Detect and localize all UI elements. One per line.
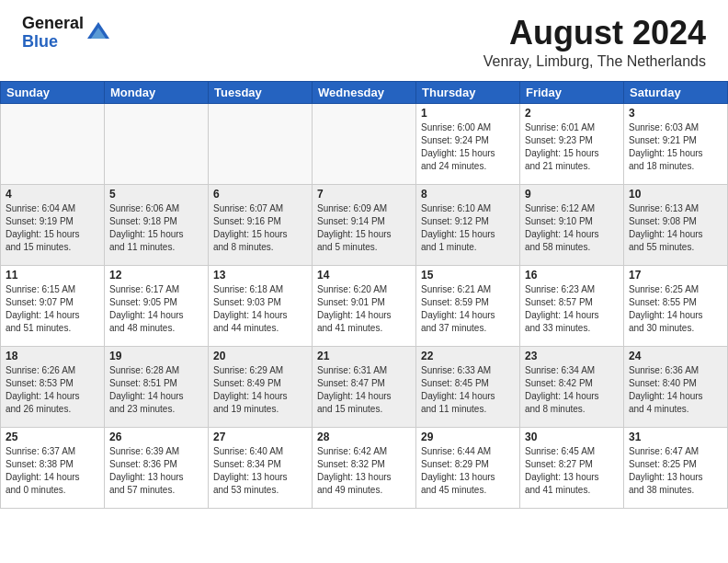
day-number-26: 26 (109, 431, 203, 443)
day-info-6: Sunrise: 6:07 AM Sunset: 9:16 PM Dayligh… (213, 202, 307, 254)
day-cell-4-4: 29Sunrise: 6:44 AM Sunset: 8:29 PM Dayli… (416, 427, 520, 508)
col-wednesday: Wednesday (313, 81, 416, 103)
day-cell-1-6: 10Sunrise: 6:13 AM Sunset: 9:08 PM Dayli… (624, 184, 728, 265)
day-info-21: Sunrise: 6:31 AM Sunset: 8:47 PM Dayligh… (317, 364, 411, 416)
day-cell-3-4: 22Sunrise: 6:33 AM Sunset: 8:45 PM Dayli… (416, 346, 520, 427)
day-cell-2-4: 15Sunrise: 6:21 AM Sunset: 8:59 PM Dayli… (416, 265, 520, 346)
day-cell-2-1: 12Sunrise: 6:17 AM Sunset: 9:05 PM Dayli… (105, 265, 209, 346)
header: General Blue August 2024 Venray, Limburg… (0, 0, 728, 77)
logo-text: General Blue (22, 15, 84, 52)
week-row-2: 4Sunrise: 6:04 AM Sunset: 9:19 PM Daylig… (1, 184, 728, 265)
day-info-16: Sunrise: 6:23 AM Sunset: 8:57 PM Dayligh… (525, 283, 619, 335)
day-info-26: Sunrise: 6:39 AM Sunset: 8:36 PM Dayligh… (109, 445, 203, 497)
day-cell-3-5: 23Sunrise: 6:34 AM Sunset: 8:42 PM Dayli… (520, 346, 624, 427)
day-info-11: Sunrise: 6:15 AM Sunset: 9:07 PM Dayligh… (6, 283, 99, 335)
day-info-15: Sunrise: 6:21 AM Sunset: 8:59 PM Dayligh… (421, 283, 515, 335)
day-info-3: Sunrise: 6:03 AM Sunset: 9:21 PM Dayligh… (629, 121, 722, 173)
col-thursday: Thursday (416, 81, 520, 103)
day-number-11: 11 (6, 269, 99, 282)
logo-icon (85, 20, 111, 46)
day-cell-0-2 (209, 103, 313, 184)
day-cell-1-2: 6Sunrise: 6:07 AM Sunset: 9:16 PM Daylig… (209, 184, 313, 265)
day-number-18: 18 (6, 350, 99, 362)
calendar-table: Sunday Monday Tuesday Wednesday Thursday… (0, 81, 728, 509)
day-cell-0-6: 3Sunrise: 6:03 AM Sunset: 9:21 PM Daylig… (624, 103, 728, 184)
day-info-22: Sunrise: 6:33 AM Sunset: 8:45 PM Dayligh… (421, 364, 515, 416)
day-cell-3-0: 18Sunrise: 6:26 AM Sunset: 8:53 PM Dayli… (1, 346, 105, 427)
day-info-20: Sunrise: 6:29 AM Sunset: 8:49 PM Dayligh… (213, 364, 307, 416)
week-row-1: 1Sunrise: 6:00 AM Sunset: 9:24 PM Daylig… (1, 103, 728, 184)
day-info-25: Sunrise: 6:37 AM Sunset: 8:38 PM Dayligh… (6, 445, 99, 497)
col-monday: Monday (105, 81, 209, 103)
day-number-14: 14 (317, 269, 411, 282)
day-info-19: Sunrise: 6:28 AM Sunset: 8:51 PM Dayligh… (109, 364, 203, 416)
page-container: General Blue August 2024 Venray, Limburg… (0, 0, 728, 509)
day-number-16: 16 (525, 269, 619, 282)
day-info-23: Sunrise: 6:34 AM Sunset: 8:42 PM Dayligh… (525, 364, 619, 416)
day-info-10: Sunrise: 6:13 AM Sunset: 9:08 PM Dayligh… (629, 202, 722, 254)
day-cell-1-4: 8Sunrise: 6:10 AM Sunset: 9:12 PM Daylig… (416, 184, 520, 265)
day-number-31: 31 (629, 431, 722, 443)
location: Venray, Limburg, The Netherlands (483, 53, 706, 70)
day-info-2: Sunrise: 6:01 AM Sunset: 9:23 PM Dayligh… (525, 121, 619, 173)
day-number-23: 23 (525, 350, 619, 362)
day-info-24: Sunrise: 6:36 AM Sunset: 8:40 PM Dayligh… (629, 364, 722, 416)
day-cell-4-6: 31Sunrise: 6:47 AM Sunset: 8:25 PM Dayli… (624, 427, 728, 508)
day-info-9: Sunrise: 6:12 AM Sunset: 9:10 PM Dayligh… (525, 202, 619, 254)
day-cell-4-5: 30Sunrise: 6:45 AM Sunset: 8:27 PM Dayli… (520, 427, 624, 508)
day-number-29: 29 (421, 431, 515, 443)
day-number-22: 22 (421, 350, 515, 362)
day-info-29: Sunrise: 6:44 AM Sunset: 8:29 PM Dayligh… (421, 445, 515, 497)
day-number-13: 13 (213, 269, 307, 282)
day-number-25: 25 (6, 431, 99, 443)
day-info-12: Sunrise: 6:17 AM Sunset: 9:05 PM Dayligh… (109, 283, 203, 335)
day-number-12: 12 (109, 269, 203, 282)
week-row-3: 11Sunrise: 6:15 AM Sunset: 9:07 PM Dayli… (1, 265, 728, 346)
calendar-header-row: Sunday Monday Tuesday Wednesday Thursday… (1, 81, 728, 103)
day-info-27: Sunrise: 6:40 AM Sunset: 8:34 PM Dayligh… (213, 445, 307, 497)
day-info-28: Sunrise: 6:42 AM Sunset: 8:32 PM Dayligh… (317, 445, 411, 497)
col-sunday: Sunday (1, 81, 105, 103)
day-cell-0-0 (1, 103, 105, 184)
month-title: August 2024 (483, 15, 706, 52)
day-info-1: Sunrise: 6:00 AM Sunset: 9:24 PM Dayligh… (421, 121, 515, 173)
day-info-30: Sunrise: 6:45 AM Sunset: 8:27 PM Dayligh… (525, 445, 619, 497)
day-info-17: Sunrise: 6:25 AM Sunset: 8:55 PM Dayligh… (629, 283, 722, 335)
day-cell-2-5: 16Sunrise: 6:23 AM Sunset: 8:57 PM Dayli… (520, 265, 624, 346)
week-row-4: 18Sunrise: 6:26 AM Sunset: 8:53 PM Dayli… (1, 346, 728, 427)
day-number-2: 2 (525, 107, 619, 120)
day-cell-3-2: 20Sunrise: 6:29 AM Sunset: 8:49 PM Dayli… (209, 346, 313, 427)
day-cell-4-2: 27Sunrise: 6:40 AM Sunset: 8:34 PM Dayli… (209, 427, 313, 508)
logo-blue: Blue (22, 33, 84, 52)
day-info-31: Sunrise: 6:47 AM Sunset: 8:25 PM Dayligh… (629, 445, 722, 497)
day-cell-3-3: 21Sunrise: 6:31 AM Sunset: 8:47 PM Dayli… (313, 346, 416, 427)
day-cell-4-3: 28Sunrise: 6:42 AM Sunset: 8:32 PM Dayli… (313, 427, 416, 508)
day-info-4: Sunrise: 6:04 AM Sunset: 9:19 PM Dayligh… (6, 202, 99, 254)
day-number-1: 1 (421, 107, 515, 120)
day-number-8: 8 (421, 188, 515, 201)
day-cell-1-0: 4Sunrise: 6:04 AM Sunset: 9:19 PM Daylig… (1, 184, 105, 265)
week-row-5: 25Sunrise: 6:37 AM Sunset: 8:38 PM Dayli… (1, 427, 728, 508)
day-number-27: 27 (213, 431, 307, 443)
day-cell-1-5: 9Sunrise: 6:12 AM Sunset: 9:10 PM Daylig… (520, 184, 624, 265)
day-info-5: Sunrise: 6:06 AM Sunset: 9:18 PM Dayligh… (109, 202, 203, 254)
day-info-18: Sunrise: 6:26 AM Sunset: 8:53 PM Dayligh… (6, 364, 99, 416)
day-cell-3-1: 19Sunrise: 6:28 AM Sunset: 8:51 PM Dayli… (105, 346, 209, 427)
day-number-4: 4 (6, 188, 99, 201)
title-section: August 2024 Venray, Limburg, The Netherl… (483, 15, 706, 70)
day-number-5: 5 (109, 188, 203, 201)
day-info-8: Sunrise: 6:10 AM Sunset: 9:12 PM Dayligh… (421, 202, 515, 254)
day-number-30: 30 (525, 431, 619, 443)
day-number-17: 17 (629, 269, 722, 282)
day-cell-2-3: 14Sunrise: 6:20 AM Sunset: 9:01 PM Dayli… (313, 265, 416, 346)
day-info-13: Sunrise: 6:18 AM Sunset: 9:03 PM Dayligh… (213, 283, 307, 335)
day-number-10: 10 (629, 188, 722, 201)
day-cell-4-1: 26Sunrise: 6:39 AM Sunset: 8:36 PM Dayli… (105, 427, 209, 508)
day-number-20: 20 (213, 350, 307, 362)
day-number-3: 3 (629, 107, 722, 120)
day-cell-0-3 (313, 103, 416, 184)
col-friday: Friday (520, 81, 624, 103)
day-cell-0-4: 1Sunrise: 6:00 AM Sunset: 9:24 PM Daylig… (416, 103, 520, 184)
day-info-7: Sunrise: 6:09 AM Sunset: 9:14 PM Dayligh… (317, 202, 411, 254)
day-cell-1-1: 5Sunrise: 6:06 AM Sunset: 9:18 PM Daylig… (105, 184, 209, 265)
